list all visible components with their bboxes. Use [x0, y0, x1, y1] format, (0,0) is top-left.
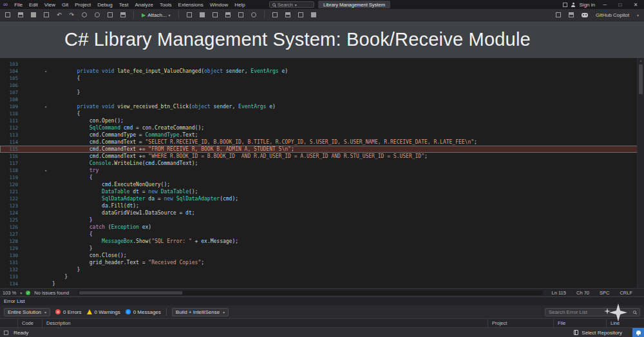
feedback-icon[interactable]	[563, 3, 567, 7]
code-line[interactable]: 119 {	[0, 174, 644, 181]
code-line[interactable]: 116 cmd.CommandText += "WHERE R.BOOK_ID …	[0, 153, 644, 160]
eol-indicator[interactable]: CRLF	[620, 290, 632, 296]
filter-dropdown[interactable]: Build + IntelliSense ▾	[172, 308, 229, 316]
navigate-back-icon[interactable]	[82, 12, 87, 17]
zoom-selector[interactable]: 103 %	[3, 290, 16, 296]
line-number[interactable]: 131	[0, 260, 18, 265]
menu-help[interactable]: Help	[231, 2, 248, 8]
line-number[interactable]: 109	[0, 104, 18, 110]
select-repository-button[interactable]: Select Repository	[569, 328, 627, 337]
close-button[interactable]: ✕	[630, 2, 641, 8]
messages-toggle[interactable]: i 0 Messages	[126, 309, 161, 315]
line-number[interactable]: 103	[0, 61, 18, 67]
background-tasks-icon[interactable]	[4, 331, 8, 335]
hot-reload-icon[interactable]	[251, 12, 256, 17]
line-number[interactable]: 130	[0, 253, 18, 258]
maximize-button[interactable]: □	[614, 2, 626, 8]
menu-view[interactable]: View	[41, 2, 59, 8]
severity-column-header[interactable]	[0, 319, 18, 327]
menu-file[interactable]: File	[11, 2, 26, 8]
column-header-file[interactable]: File	[554, 319, 607, 327]
code-line[interactable]: 114 cmd.CommandText = "SELECT R.RECEIVE_…	[0, 139, 644, 146]
line-number[interactable]: 119	[0, 175, 18, 180]
scrollbar-thumb[interactable]	[79, 291, 182, 294]
line-number[interactable]: 129	[0, 246, 18, 251]
line-number[interactable]: 127	[0, 231, 18, 237]
menu-debug[interactable]: Debug	[94, 2, 116, 8]
build-icon[interactable]	[108, 12, 113, 17]
line-number[interactable]: 123	[0, 203, 18, 209]
menu-analyze[interactable]: Analyze	[131, 2, 156, 8]
github-copilot-button[interactable]: GitHub Copilot	[596, 12, 629, 18]
menu-edit[interactable]: Edit	[26, 2, 41, 8]
minimize-button[interactable]: ─	[599, 2, 611, 8]
code-line[interactable]: 130 con.Close();	[0, 252, 644, 259]
uncomment-icon[interactable]	[285, 12, 290, 17]
line-number[interactable]: 115	[0, 146, 18, 152]
line-number[interactable]: 133	[0, 274, 18, 280]
scroll-up-icon[interactable]: ▴	[639, 58, 642, 63]
code-line[interactable]: 133 }	[0, 273, 644, 280]
code-line[interactable]: 106	[0, 82, 644, 89]
line-number[interactable]: 116	[0, 153, 18, 159]
undo-icon[interactable]: ↶	[57, 12, 62, 18]
code-line[interactable]: 125 }	[0, 217, 644, 224]
line-number[interactable]: 117	[0, 160, 18, 166]
line-number[interactable]: 122	[0, 196, 18, 202]
code-line[interactable]: 126 catch (Exception ex)	[0, 224, 644, 231]
code-line[interactable]: 123 da.Fill(dt);	[0, 202, 644, 209]
code-line[interactable]: 108	[0, 96, 644, 103]
save-icon[interactable]	[31, 12, 36, 17]
column-header-description[interactable]: Description	[43, 319, 488, 327]
code-editor[interactable]: 103104▾ private void late_fee_input_Valu…	[0, 58, 644, 288]
save-all-icon[interactable]	[44, 12, 49, 17]
menu-project[interactable]: Project	[71, 2, 94, 8]
horizontal-scrollbar[interactable]	[78, 291, 542, 295]
code-line[interactable]: 105 {	[0, 75, 644, 82]
sign-in-button[interactable]: Sign in	[580, 2, 595, 8]
code-line[interactable]: 115 cmd.CommandText += "FROM RECEIVE R, …	[0, 146, 644, 153]
open-file-icon[interactable]	[18, 12, 23, 17]
line-number[interactable]: 124	[0, 210, 18, 216]
error-search-input[interactable]: Search Error List	[545, 308, 640, 316]
menu-extensions[interactable]: Extensions	[175, 2, 207, 8]
solution-explorer-icon[interactable]	[569, 12, 574, 17]
code-line[interactable]: 113 cmd.CommandType = CommandType.Text;	[0, 131, 644, 139]
scrollbar-thumb[interactable]	[639, 64, 643, 94]
menu-window[interactable]: Window	[207, 2, 231, 8]
line-indicator[interactable]: Ln 115	[552, 290, 566, 296]
break-all-icon[interactable]	[187, 12, 192, 17]
notifications-corner[interactable]	[632, 328, 644, 337]
code-line[interactable]: 111 con.Open();	[0, 117, 644, 124]
quick-search-box[interactable]: Search ▾	[269, 1, 314, 8]
code-line[interactable]: 128 MessageBox.Show("SQL Error: " + ex.M…	[0, 238, 644, 245]
line-number[interactable]: 111	[0, 118, 18, 124]
warnings-toggle[interactable]: 0 Warnings	[87, 309, 120, 315]
code-line[interactable]: 127 {	[0, 231, 644, 238]
code-line[interactable]: 109▾ private void view_received_btn_Clic…	[0, 103, 644, 110]
indent-icon[interactable]	[311, 12, 316, 17]
document-title-tab[interactable]: Library Management System	[318, 1, 390, 8]
configuration-icon[interactable]	[120, 12, 126, 17]
line-number[interactable]: 110	[0, 111, 18, 117]
find-in-files-icon[interactable]	[556, 12, 561, 17]
error-list-panel-header[interactable]: Error List	[0, 296, 644, 305]
line-number[interactable]: 128	[0, 238, 18, 244]
column-header-line[interactable]: Line	[607, 319, 644, 327]
code-line[interactable]: 112 SqlCommand cmd = con.CreateCommand()…	[0, 124, 644, 131]
line-number[interactable]: 106	[0, 82, 18, 88]
code-line[interactable]: 110 {	[0, 110, 644, 117]
code-line[interactable]: 107 }	[0, 89, 644, 96]
line-number[interactable]: 121	[0, 189, 18, 195]
code-line[interactable]: 132 }	[0, 266, 644, 273]
vertical-scrollbar[interactable]: ▴	[637, 58, 644, 288]
line-number[interactable]: 126	[0, 224, 18, 230]
line-number[interactable]: 107	[0, 90, 18, 95]
code-line[interactable]: 103	[0, 61, 644, 68]
line-number[interactable]: 112	[0, 125, 18, 131]
code-line[interactable]: 134}	[0, 280, 644, 287]
column-header-code[interactable]: Code	[18, 319, 43, 327]
code-line[interactable]: 117 Console.WriteLine(cmd.CommandText);	[0, 160, 644, 167]
document-health-label[interactable]: No issues found	[34, 290, 69, 296]
line-number[interactable]: 114	[0, 139, 18, 145]
